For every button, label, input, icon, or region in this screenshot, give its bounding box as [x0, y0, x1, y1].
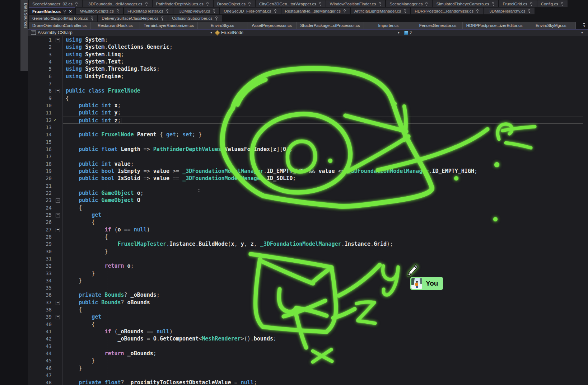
code-line-39[interactable]: 39– get: [28, 313, 588, 320]
tab--3dmapviewer-cs[interactable]: _3DMapViewer.cs: [173, 8, 219, 14]
code-line-42[interactable]: 42 _oBounds = O.GetComponent<MeshRendere…: [28, 335, 588, 342]
code-line-17[interactable]: 17: [28, 153, 588, 160]
code-line-8[interactable]: 8–public class FruxelNode: [28, 87, 588, 94]
chevron-down-icon[interactable]: ▾: [581, 31, 583, 34]
code-line-26[interactable]: 26 {: [28, 219, 588, 226]
code-line-30[interactable]: 30 }: [28, 248, 588, 255]
tab-scenemanager-02-cs[interactable]: SceneManager_02.cs: [29, 0, 82, 7]
code-line-9[interactable]: 9{: [28, 95, 588, 102]
pin-icon[interactable]: [206, 2, 209, 6]
tab-restaurantho-plemanager-cs[interactable]: RestaurantHo...pleManager.cs: [281, 8, 350, 14]
pin-icon[interactable]: [161, 16, 164, 20]
tab-importer-cs[interactable]: Importer.cs: [364, 22, 414, 29]
tab--3dmaphierarchy-cs[interactable]: _3DMapHierarchy.cs: [484, 8, 535, 14]
tab-fruxelmaptester-cs[interactable]: FruxelMapTester.cs: [124, 8, 173, 14]
tab-enviroskymgr-cs[interactable]: EnviroSkyMgr.cs: [526, 22, 576, 29]
code-line-5[interactable]: 5using System.Threading.Tasks;: [28, 65, 588, 72]
pin-icon[interactable]: [528, 9, 531, 13]
pin-icon[interactable]: [343, 9, 346, 13]
code-line-48[interactable]: 48 private float? _proximityToClosestObs…: [28, 379, 588, 385]
tab-fruxelgrid-cs[interactable]: FruxelGrid.cs: [499, 0, 536, 7]
code-line-47[interactable]: 47: [28, 372, 588, 379]
pin-icon[interactable]: [403, 9, 407, 13]
code-line-29[interactable]: 29 FruxelMapTester.Instance.BuildNode(x,…: [28, 240, 588, 248]
code-line-20[interactable]: 20 public bool IsSolid => value == _3DFo…: [28, 175, 588, 182]
tab-generator2exportmaptools-cs[interactable]: Generator2ExportMapTools.cs: [29, 15, 97, 22]
pin-icon[interactable]: [75, 2, 78, 6]
pin-icon[interactable]: [378, 2, 382, 6]
code-line-16[interactable]: 16 public float Length => PathfinderDept…: [28, 146, 588, 153]
code-line-12[interactable]: 12 public int z;: [28, 117, 588, 124]
code-line-34[interactable]: 34 }: [28, 277, 588, 284]
code-line-4[interactable]: 4using System.Text;: [28, 58, 588, 65]
code-line-40[interactable]: 40 {: [28, 321, 588, 328]
pin-icon[interactable]: [491, 2, 495, 6]
fold-collapse-icon[interactable]: –: [56, 198, 60, 203]
breadcrumb-type[interactable]: FruxelNode: [215, 29, 243, 36]
code-line-28[interactable]: 28 {: [28, 233, 588, 240]
code-line-43[interactable]: 43: [28, 343, 588, 350]
tab-shaderpackage-stprocessor-cs[interactable]: ShaderPackage...stProcessor.cs: [297, 22, 364, 29]
pin-icon[interactable]: [116, 9, 120, 13]
tab-collisionsubscriber-cs[interactable]: CollisionSubscriber.cs: [168, 15, 222, 22]
code-line-7[interactable]: 7: [28, 80, 588, 87]
tab-droneobject-cs[interactable]: DroneObject.cs: [214, 0, 255, 7]
code-line-41[interactable]: 41 if (_oBounds == null): [28, 328, 588, 335]
tab-restauranthook-cs[interactable]: RestaurantHook.cs: [91, 22, 140, 29]
tab-terrainlayerrandomizer-cs[interactable]: TerrainLayerRandomizer.cs: [140, 22, 198, 29]
code-line-15[interactable]: 15: [28, 138, 588, 146]
code-line-18[interactable]: 18 public int value;: [28, 160, 588, 168]
fold-collapse-icon[interactable]: –: [56, 228, 60, 232]
code-line-35[interactable]: 35: [28, 284, 588, 291]
tab-envirosky-cs[interactable]: EnviroSky.cs: [198, 22, 247, 29]
tab-deliverysurfaceclasshelper-cs[interactable]: DeliverySurfaceClassHelper.cs: [98, 15, 168, 22]
fold-collapse-icon[interactable]: –: [56, 213, 60, 217]
code-line-36[interactable]: 36 private Bounds? _oBounds;: [28, 291, 588, 299]
code-line-27[interactable]: 27– if (o == null): [28, 226, 588, 233]
code-line-13[interactable]: 13: [28, 124, 588, 131]
code-line-45[interactable]: 45 }: [28, 357, 588, 364]
fold-collapse-icon[interactable]: –: [56, 89, 60, 93]
code-line-37[interactable]: 37– public Bounds? oBounds: [28, 299, 588, 306]
code-line-31[interactable]: 31: [28, 255, 588, 262]
code-line-44[interactable]: 44 return _oBounds;: [28, 350, 588, 357]
code-line-11[interactable]: 11 public int y;: [28, 109, 588, 116]
fold-collapse-icon[interactable]: –: [56, 301, 60, 305]
chevron-down-icon[interactable]: ▾: [398, 31, 400, 34]
code-line-33[interactable]: 33 }: [28, 270, 588, 277]
tab-pathfinderdepthvalues-cs[interactable]: PathfinderDepthValues.cs: [153, 0, 213, 7]
tab-citygen3dgen-torwrapper-cs[interactable]: CityGen3DGen...torWrapper.cs: [256, 0, 326, 7]
fold-collapse-icon[interactable]: –: [56, 315, 60, 319]
pin-icon[interactable]: [425, 2, 428, 6]
code-line-46[interactable]: 46 }: [28, 365, 588, 372]
code-line-25[interactable]: 25– get: [28, 211, 588, 219]
code-line-21[interactable]: 21: [28, 182, 588, 189]
tab-windowpositionfinder-cs[interactable]: WindowPositionFinder.cs: [326, 0, 385, 7]
tab-hdrppostproce-izereditor-cs[interactable]: HDRPPostproce...izerEditor.cs: [463, 22, 527, 29]
fold-collapse-icon[interactable]: –: [56, 38, 60, 42]
tab-artificiallightsmanager-cs[interactable]: ArtificialLightsManager.cs: [351, 8, 410, 14]
pin-icon[interactable]: [530, 2, 533, 6]
pin-icon[interactable]: [274, 9, 277, 13]
pin-icon[interactable]: [166, 9, 169, 13]
code-line-23[interactable]: 23– public GameObject O: [28, 197, 588, 204]
tab-fencesgenerator-cs[interactable]: FencesGenerator.cs: [413, 22, 463, 29]
close-icon[interactable]: ×: [69, 9, 72, 14]
pin-icon[interactable]: [561, 2, 564, 6]
tab-config-cs[interactable]: Config.cs: [537, 0, 568, 7]
code-editor[interactable]: 1–using System;2using System.Collections…: [28, 36, 588, 385]
code-line-19[interactable]: 19 public bool IsEmpty => value >= _3DFo…: [28, 168, 588, 175]
pin-icon[interactable]: [63, 9, 66, 14]
tab-onesec3d-fileformat-cs[interactable]: OneSec3D_FileFormat.cs: [220, 8, 280, 14]
pin-icon[interactable]: [476, 9, 479, 13]
code-line-1[interactable]: 1–using System;: [28, 36, 588, 43]
pin-icon[interactable]: [213, 9, 216, 13]
tab-hdrppostproc-randomizer-cs[interactable]: HDRPPostproc...Randomizer.cs: [411, 8, 483, 14]
pin-icon[interactable]: [215, 16, 218, 20]
chevron-down-icon[interactable]: ▾: [210, 31, 212, 34]
code-line-32[interactable]: 32 return o;: [28, 262, 588, 269]
pin-icon[interactable]: [319, 2, 322, 6]
data-sources-vertical-tab[interactable]: Data Sources: [20, 0, 28, 71]
code-line-14[interactable]: 14 public FruxelNode Parent { get; set; …: [28, 131, 588, 138]
tab-myeditorscripts-cs[interactable]: MyEditorScripts.cs: [76, 8, 123, 14]
